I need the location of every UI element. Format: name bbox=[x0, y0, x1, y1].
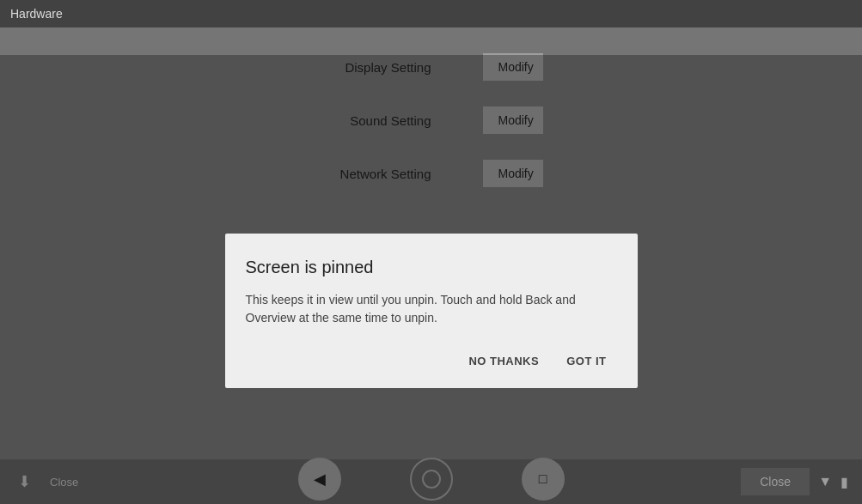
dialog-title: Screen is pinned bbox=[246, 258, 617, 277]
screen-pinned-dialog: Screen is pinned This keeps it in view u… bbox=[225, 234, 638, 388]
main-content: Display Setting Modify Sound Setting Mod… bbox=[0, 27, 862, 504]
title-bar-text: Hardware bbox=[10, 7, 63, 21]
title-bar: Hardware bbox=[0, 0, 862, 27]
dialog-buttons: NO THANKS GOT IT bbox=[246, 348, 617, 374]
no-thanks-button[interactable]: NO THANKS bbox=[458, 348, 549, 374]
got-it-button[interactable]: GOT IT bbox=[556, 348, 616, 374]
dialog-body: This keeps it in view until you unpin. T… bbox=[246, 291, 617, 327]
dialog-overlay: Screen is pinned This keeps it in view u… bbox=[0, 55, 862, 504]
